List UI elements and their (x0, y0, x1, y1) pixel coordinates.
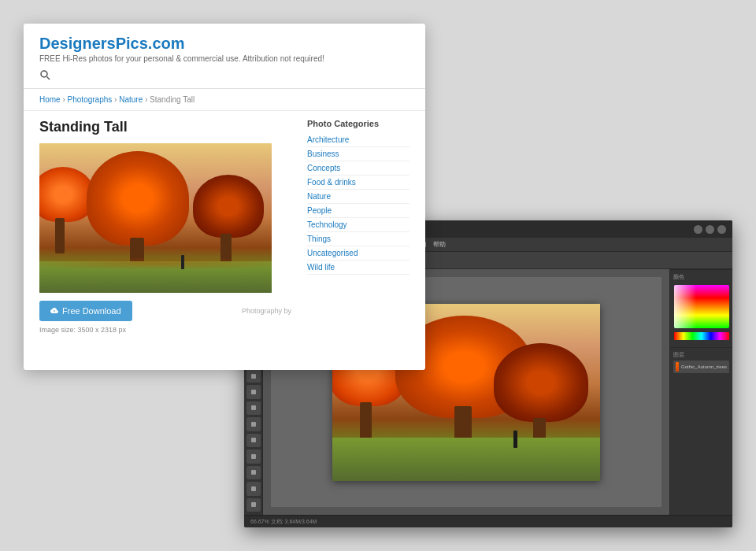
ps-tool-clone[interactable] (246, 369, 261, 383)
website-panel: DesignersPics.com FREE Hi-Res photos for… (24, 24, 425, 370)
ps-tool-pen[interactable] (246, 434, 261, 447)
website-body: Standing Tall (24, 111, 425, 342)
category-wildlife[interactable]: Wild life (307, 261, 410, 275)
site-search[interactable] (39, 69, 410, 80)
photo-person (181, 255, 184, 269)
category-people[interactable]: People (307, 204, 410, 218)
breadcrumb-current: Standing Tall (150, 95, 195, 104)
ps-tool-hand[interactable] (246, 482, 261, 495)
ps-layers-section: 图层 Gothic_Autumn_trees (670, 347, 732, 378)
category-technology[interactable]: Technology (307, 218, 410, 232)
ps-tool-dodge[interactable] (246, 417, 261, 431)
ps-tool-gradient[interactable] (246, 401, 261, 415)
tree-right (193, 175, 264, 269)
ps-person (513, 431, 517, 448)
ps-status-text: 66.67% 文档: 3.64M/3.64M (250, 518, 317, 526)
ps-layers-label: 图层 (673, 351, 729, 359)
page-title: Standing Tall (39, 119, 291, 135)
ps-color-picker[interactable] (674, 285, 729, 328)
download-button[interactable]: Free Download (39, 301, 132, 321)
ps-close-btn[interactable] (717, 225, 726, 234)
ps-tool-zoom[interactable] (246, 498, 261, 512)
download-btn-label: Free Download (62, 306, 121, 316)
ps-statusbar: 66.67% 文档: 3.64M/3.64M (244, 515, 732, 527)
ps-layer-row[interactable]: Gothic_Autumn_trees (673, 361, 729, 373)
breadcrumb-nature[interactable]: Nature (119, 95, 143, 104)
photo-thumbnail (39, 143, 272, 293)
category-concepts[interactable]: Concepts (307, 161, 410, 176)
ps-minimize-btn[interactable] (694, 225, 702, 234)
categories-title: Photo Categories (307, 119, 410, 128)
site-logo: DesignersPics.com (39, 35, 410, 53)
site-tagline: FREE Hi-Res photos for your personal & c… (39, 54, 410, 63)
svg-point-0 (41, 71, 47, 77)
ps-ground (332, 438, 600, 481)
category-architecture[interactable]: Architecture (307, 133, 410, 147)
category-nature[interactable]: Nature (307, 190, 410, 204)
ps-color-label: 颜色 (673, 273, 729, 281)
ps-tool-shape[interactable] (246, 466, 261, 479)
cloud-download-icon (50, 307, 58, 315)
ps-layer-name: Gothic_Autumn_trees (681, 364, 727, 369)
ps-tool-type[interactable] (246, 449, 261, 463)
breadcrumb-photos[interactable]: Photographs (68, 95, 113, 104)
category-food[interactable]: Food & drinks (307, 176, 410, 190)
ps-layer-thumbnail (676, 362, 679, 372)
category-uncategorised[interactable]: Uncategorised (307, 246, 410, 261)
download-area: Free Download Photography by (39, 301, 291, 321)
categories-sidebar: Photo Categories Architecture Business C… (307, 119, 410, 334)
ps-menu-help[interactable]: 帮助 (433, 240, 446, 249)
category-things[interactable]: Things (307, 232, 410, 246)
category-business[interactable]: Business (307, 147, 410, 161)
image-size: Image size: 3500 x 2318 px (39, 326, 291, 334)
search-icon (39, 69, 50, 80)
breadcrumb-home[interactable]: Home (39, 95, 61, 104)
website-header: DesignersPics.com FREE Hi-Res photos for… (24, 24, 425, 89)
ps-maximize-btn[interactable] (706, 225, 714, 234)
ps-right-panel: 颜色 图层 Gothic_Autumn_trees (669, 269, 732, 515)
ps-title-buttons (694, 225, 726, 234)
ps-tool-eraser[interactable] (246, 385, 261, 398)
ps-color-section: 颜色 (670, 269, 732, 347)
fallen-leaves (39, 257, 272, 269)
breadcrumb: Home › Photographs › Nature › Standing T… (24, 89, 425, 111)
ps-color-spectrum[interactable] (674, 332, 729, 340)
main-content: Standing Tall (39, 119, 291, 334)
photography-by: Photography by (242, 307, 291, 315)
scene: DesignersPics.com FREE Hi-Res photos for… (24, 24, 732, 527)
svg-line-1 (47, 77, 50, 80)
